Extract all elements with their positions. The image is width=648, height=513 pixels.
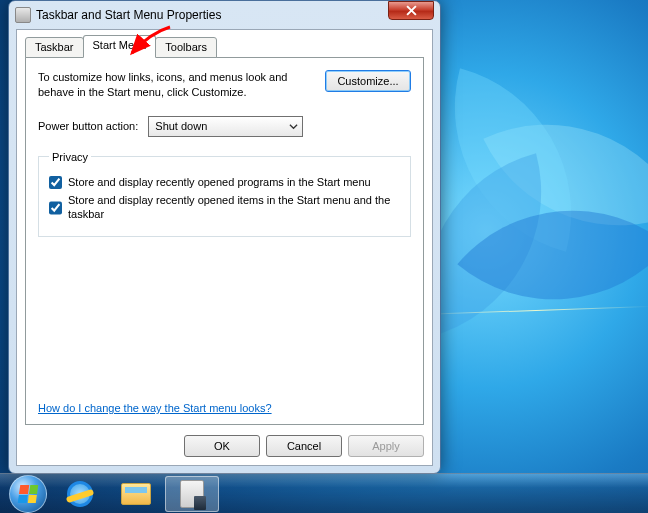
help-link[interactable]: How do I change the way the Start menu l… xyxy=(38,402,272,414)
tab-page: To customize how links, icons, and menus… xyxy=(25,57,424,425)
privacy-opt1-checkbox[interactable] xyxy=(49,176,62,189)
close-icon xyxy=(406,5,417,16)
button-bar: OK Cancel Apply xyxy=(184,435,424,457)
windows-logo-icon xyxy=(18,485,39,503)
taskbar-item-ie[interactable] xyxy=(53,476,107,512)
privacy-opt2-row[interactable]: Store and display recently opened items … xyxy=(49,193,400,222)
privacy-opt1-label: Store and display recently opened progra… xyxy=(68,175,371,189)
window-title: Taskbar and Start Menu Properties xyxy=(36,8,434,22)
intro-text: To customize how links, icons, and menus… xyxy=(38,70,311,100)
app-icon xyxy=(15,7,31,23)
tab-taskbar[interactable]: Taskbar xyxy=(25,37,84,58)
customize-button[interactable]: Customize... xyxy=(325,70,411,92)
privacy-legend: Privacy xyxy=(49,151,91,163)
properties-icon xyxy=(180,480,204,508)
client-area: Taskbar Start Menu Toolbars To customize… xyxy=(16,29,433,466)
folder-icon xyxy=(121,483,151,505)
privacy-opt2-checkbox[interactable] xyxy=(49,194,62,222)
desktop: Taskbar and Start Menu Properties Taskba… xyxy=(0,0,648,513)
tab-strip: Taskbar Start Menu Toolbars xyxy=(25,36,424,58)
power-combobox[interactable]: Shut down xyxy=(148,116,303,137)
ok-button[interactable]: OK xyxy=(184,435,260,457)
privacy-group: Privacy Store and display recently opene… xyxy=(38,151,411,237)
tab-toolbars[interactable]: Toolbars xyxy=(155,37,217,58)
taskbar[interactable] xyxy=(0,473,648,513)
privacy-opt2-label: Store and display recently opened items … xyxy=(68,193,400,222)
ie-icon xyxy=(67,481,93,507)
tab-start-menu[interactable]: Start Menu xyxy=(83,35,157,58)
chevron-down-icon xyxy=(289,122,298,131)
apply-button[interactable]: Apply xyxy=(348,435,424,457)
properties-window: Taskbar and Start Menu Properties Taskba… xyxy=(8,0,441,474)
taskbar-item-explorer[interactable] xyxy=(109,476,163,512)
taskbar-item-properties[interactable] xyxy=(165,476,219,512)
power-value: Shut down xyxy=(155,120,207,132)
cancel-button[interactable]: Cancel xyxy=(266,435,342,457)
power-label: Power button action: xyxy=(38,120,138,132)
privacy-opt1-row[interactable]: Store and display recently opened progra… xyxy=(49,175,400,189)
start-button[interactable] xyxy=(9,475,47,513)
close-button[interactable] xyxy=(388,1,434,20)
titlebar[interactable]: Taskbar and Start Menu Properties xyxy=(9,1,440,29)
